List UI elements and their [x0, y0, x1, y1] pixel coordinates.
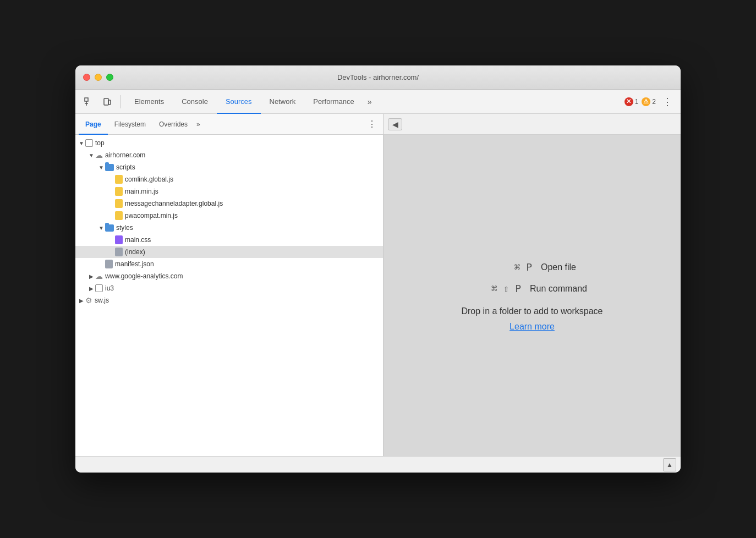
cloud-icon-google-analytics: ☁: [95, 272, 103, 281]
file-icon-manifest: [105, 260, 113, 268]
tree-item-pwacompat[interactable]: ▶ pwacompat.min.js: [75, 210, 383, 222]
file-icon-main-css: [115, 235, 123, 244]
tree-label-manifest: manifest.json: [115, 260, 154, 268]
file-icon-comlink: [115, 175, 123, 184]
svg-rect-4: [108, 100, 111, 105]
tab-console[interactable]: Console: [173, 90, 217, 114]
error-count: 1: [635, 98, 639, 106]
tree-label-index: (index): [125, 248, 145, 256]
expand-arrow-google-analytics: ▶: [87, 273, 95, 279]
expand-arrow-airhorner: ▼: [87, 152, 95, 158]
frame-icon-iu3: [95, 284, 103, 292]
main-toolbar: Elements Console Sources Network Perform…: [75, 90, 681, 114]
warning-count: 2: [652, 98, 656, 106]
error-badge[interactable]: ✕ 1: [624, 97, 639, 106]
devtools-window: DevTools - airhorner.com/ Elements Conso…: [75, 65, 681, 473]
tree-item-airhorner[interactable]: ▼ ☁ airhorner.com: [75, 149, 383, 161]
tree-item-comlink[interactable]: ▶ comlink.global.js: [75, 173, 383, 185]
file-icon-main-min: [115, 187, 123, 196]
gear-icon-sw: ⚙: [85, 296, 92, 305]
sub-tab-overrides[interactable]: Overrides: [152, 114, 194, 135]
file-icon-pwacompat: [115, 211, 123, 220]
tree-label-comlink: comlink.global.js: [125, 175, 173, 183]
bottom-bar: ▲: [75, 456, 681, 473]
workspace-text: Drop in a folder to add to workspace: [461, 306, 602, 316]
tree-item-manifest[interactable]: ▶ manifest.json: [75, 258, 383, 270]
traffic-lights: [83, 74, 113, 81]
expand-arrow-styles: ▼: [97, 225, 105, 231]
tab-network[interactable]: Network: [261, 90, 305, 114]
title-bar: DevTools - airhorner.com/: [75, 65, 681, 90]
main-content: Page Filesystem Overrides » ⋮ ▼: [75, 114, 681, 456]
right-panel: ◀ ⌘ P Open file ⌘ ⇧ P Run command Drop i…: [384, 114, 681, 456]
tree-label-main-min: main.min.js: [125, 188, 158, 195]
tree-label-main-css: main.css: [125, 236, 151, 244]
sub-tab-filesystem[interactable]: Filesystem: [108, 114, 152, 135]
tree-item-styles[interactable]: ▼ styles: [75, 222, 383, 234]
minimize-button[interactable]: [95, 74, 102, 81]
learn-more-link[interactable]: Learn more: [510, 322, 555, 332]
tree-item-google-analytics[interactable]: ▶ ☁ www.google-analytics.com: [75, 270, 383, 282]
right-panel-toolbar: ◀: [384, 114, 681, 135]
tree-label-scripts: scripts: [116, 163, 135, 171]
tree-item-top[interactable]: ▼ top: [75, 137, 383, 149]
tree-label-messagechannel: messagechanneladapter.global.js: [125, 200, 223, 207]
cloud-icon-airhorner: ☁: [95, 151, 103, 160]
file-tree: ▼ top ▼ ☁ airhorner.com ▼: [75, 135, 383, 456]
tree-label-styles: styles: [116, 224, 133, 232]
device-toggle-button[interactable]: [98, 93, 116, 111]
tree-item-scripts[interactable]: ▼ scripts: [75, 161, 383, 173]
expand-arrow-scripts: ▼: [97, 164, 105, 171]
run-command-label: Run command: [530, 284, 587, 294]
sub-tabs-overflow-button[interactable]: ⋮: [364, 117, 380, 131]
error-icon: ✕: [624, 97, 633, 106]
tab-elements[interactable]: Elements: [125, 90, 173, 114]
svg-rect-3: [104, 98, 108, 105]
tree-item-index[interactable]: ▶ (index): [75, 246, 383, 258]
expand-arrow-top: ▼: [78, 140, 85, 146]
tree-label-google-analytics: www.google-analytics.com: [105, 272, 183, 280]
open-file-label: Open file: [541, 262, 576, 272]
open-file-keys: ⌘ P: [488, 261, 532, 273]
sub-tab-page[interactable]: Page: [79, 114, 108, 135]
tab-sources[interactable]: Sources: [217, 90, 261, 114]
right-panel-content: ⌘ P Open file ⌘ ⇧ P Run command Drop in …: [384, 135, 681, 456]
toolbar-separator: [120, 95, 121, 108]
svg-rect-0: [85, 98, 88, 101]
folder-icon-scripts: [105, 164, 114, 171]
window-title: DevTools - airhorner.com/: [337, 73, 419, 81]
tree-item-iu3[interactable]: ▶ iu3: [75, 282, 383, 294]
bottom-right: ▲: [663, 458, 676, 471]
tree-label-pwacompat: pwacompat.min.js: [125, 212, 178, 219]
more-sub-tabs-button[interactable]: »: [194, 120, 202, 128]
tree-label-airhorner: airhorner.com: [105, 151, 145, 159]
tree-label-iu3: iu3: [105, 284, 114, 292]
tree-item-sw[interactable]: ▶ ⚙ sw.js: [75, 294, 383, 306]
drawer-toggle-button[interactable]: ▲: [663, 458, 676, 471]
tab-performance[interactable]: Performance: [304, 90, 363, 114]
run-command-shortcut-row: ⌘ ⇧ P Run command: [477, 283, 587, 294]
frame-icon-top: [85, 139, 93, 147]
maximize-button[interactable]: [106, 74, 113, 81]
file-icon-index: [115, 248, 123, 256]
main-tabs: Elements Console Sources Network Perform…: [125, 90, 623, 114]
overflow-menu-button[interactable]: ⋮: [659, 96, 676, 108]
tree-item-main-min[interactable]: ▶ main.min.js: [75, 185, 383, 197]
panel-collapse-button[interactable]: ◀: [388, 118, 402, 130]
sub-tabs: Page Filesystem Overrides » ⋮: [75, 114, 383, 135]
tree-label-sw: sw.js: [95, 297, 109, 304]
run-command-keys: ⌘ ⇧ P: [477, 283, 521, 294]
warning-badge[interactable]: ⚠ 2: [642, 97, 656, 106]
folder-icon-styles: [105, 224, 114, 232]
expand-arrow-sw: ▶: [78, 298, 85, 304]
tree-label-top: top: [95, 139, 105, 147]
warning-icon: ⚠: [642, 97, 650, 106]
tree-item-messagechannel[interactable]: ▶ messagechanneladapter.global.js: [75, 197, 383, 210]
expand-arrow-iu3: ▶: [87, 286, 95, 292]
tree-item-main-css[interactable]: ▶ main.css: [75, 234, 383, 246]
more-tabs-button[interactable]: »: [363, 90, 376, 114]
file-icon-messagechannel: [115, 199, 123, 208]
inspect-element-button[interactable]: [80, 93, 97, 111]
open-file-shortcut-row: ⌘ P Open file: [488, 261, 576, 273]
close-button[interactable]: [83, 74, 90, 81]
